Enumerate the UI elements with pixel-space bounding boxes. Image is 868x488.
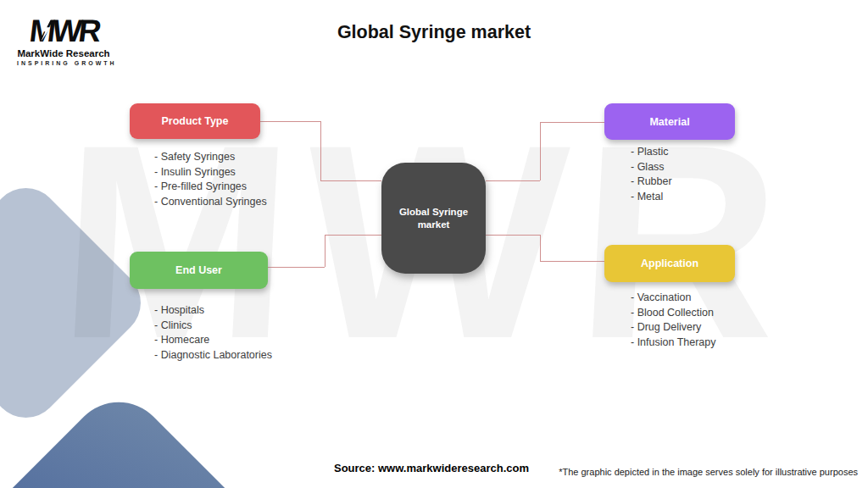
connector-application-h2: [540, 261, 604, 262]
logo-name: MarkWide Research: [17, 48, 110, 58]
connector-product-type-v: [320, 121, 321, 180]
node-product-type-label: Product Type: [162, 115, 229, 127]
connector-end-user-h2: [268, 267, 325, 268]
list-item: - Drug Delivery: [631, 320, 716, 336]
connector-end-user-h1: [325, 235, 381, 236]
connector-product-type-h2: [320, 180, 381, 181]
connector-material-h1: [486, 180, 540, 181]
page-title: Global Syringe market: [0, 22, 868, 43]
node-application-label: Application: [641, 258, 698, 269]
list-item: - Conventional Syringes: [154, 195, 267, 210]
list-item: - Safety Syringes: [154, 150, 267, 165]
list-item: - Pre-filled Syringes: [154, 180, 267, 195]
node-product-type: Product Type: [130, 103, 260, 139]
list-item: - Blood Collection: [631, 306, 716, 321]
connector-application-v: [540, 235, 541, 261]
connector-application-h1: [486, 235, 540, 236]
material-items: - Plastic - Glass - Rubber - Metal: [631, 145, 672, 204]
infographic-canvas: MWR MWR MarkWide Research INSPIRING GROW…: [0, 0, 868, 488]
list-item: - Glass: [631, 160, 672, 175]
node-material: Material: [604, 103, 735, 140]
node-end-user: End User: [130, 252, 268, 289]
list-item: - Infusion Therapy: [631, 336, 716, 351]
connector-material-h2: [540, 122, 604, 123]
list-item: - Homecare: [154, 333, 272, 348]
node-material-label: Material: [649, 116, 689, 128]
list-item: - Vaccination: [631, 291, 716, 306]
node-center: Global Syringe market: [381, 163, 486, 274]
disclaimer-note: *The graphic depicted in the image serve…: [559, 467, 858, 477]
node-center-label: Global Syringe market: [395, 206, 473, 230]
list-item: - Plastic: [631, 145, 672, 160]
connector-product-type-h1: [260, 121, 320, 122]
product-type-items: - Safety Syringes - Insulin Syringes - P…: [154, 150, 267, 209]
node-end-user-label: End User: [175, 264, 222, 276]
list-item: - Diagnostic Laboratories: [154, 348, 272, 363]
list-item: - Rubber: [631, 175, 672, 190]
list-item: - Insulin Syringes: [154, 165, 267, 180]
list-item: - Metal: [631, 190, 672, 205]
connector-material-v: [540, 122, 541, 180]
end-user-items: - Hospitals - Clinics - Homecare - Diagn…: [154, 303, 272, 363]
node-application: Application: [604, 245, 735, 282]
source-credit: Source: www.markwideresearch.com: [334, 462, 529, 474]
connector-end-user-v: [325, 235, 326, 267]
list-item: - Hospitals: [154, 303, 272, 319]
list-item: - Clinics: [154, 319, 272, 334]
logo-tagline: INSPIRING GROWTH: [17, 60, 110, 66]
application-items: - Vaccination - Blood Collection - Drug …: [631, 291, 716, 350]
